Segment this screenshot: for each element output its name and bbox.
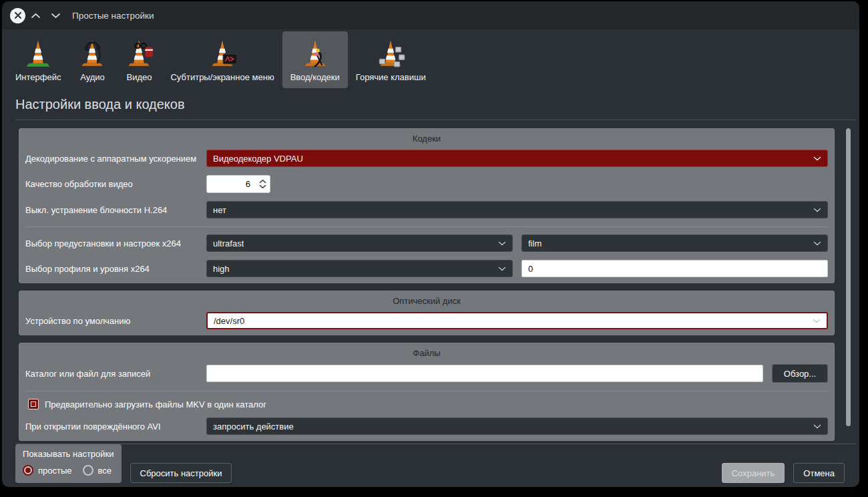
close-button[interactable] [10,8,25,23]
codecs-divider [25,226,828,227]
titlebar: Простые настройки [2,1,859,29]
radio-all-option[interactable]: все [83,465,112,476]
radio-all-label: все [98,466,112,476]
x264-profile-label: Выбор профиля и уровня x264 [25,264,198,274]
chevron-down-icon [498,241,506,246]
scrollbar-thumb[interactable] [846,128,851,426]
interface-cone-icon [23,38,53,69]
reset-settings-button[interactable]: Сбросить настройки [130,463,232,483]
x264-preset-label: Выбор предустановки и настроек x264 [25,238,198,248]
damaged-avi-label: При открытии повреждённого AVI [25,422,198,432]
vlc-simple-preferences-window: Простые настройки Интерфейс [2,1,859,487]
x264-profile-select[interactable]: high [206,260,513,277]
toolbar-item-input-codecs[interactable]: Ввод/кодеки [282,31,348,88]
toolbar-item-label: Видео [126,72,152,82]
radio-simple-button[interactable] [23,465,33,476]
record-dir-input[interactable] [206,365,763,382]
toolbar-item-interface[interactable]: Интерфейс [7,31,69,88]
toolbar-item-hotkeys[interactable]: Горячие клавиши [348,31,434,88]
spin-up-icon [259,179,266,184]
chevron-down-icon [813,156,821,161]
chevron-down-icon [813,424,821,429]
spin-down-icon [259,184,266,189]
hw-decoding-select[interactable]: Видеодекодер VDPAU [206,150,828,167]
toolbar-item-subtitles[interactable]: Субтитры/экранное меню [162,31,282,88]
files-divider [25,391,828,391]
spinner-arrows[interactable] [255,176,270,192]
toolbar-item-label: Субтитры/экранное меню [170,72,274,82]
files-header: Файлы [25,346,828,364]
chevron-down-icon [498,267,506,271]
hw-decoding-label: Декодирование с аппаратным ускорением [25,154,198,164]
audio-cone-icon [77,38,107,69]
close-icon [14,11,22,19]
settings-scroll-area: Кодеки Декодирование с аппаратным ускоре… [2,120,859,444]
toolbar-item-label: Горячие клавиши [356,72,426,82]
chevron-up-icon [31,13,41,19]
x264-level-input[interactable] [521,260,828,277]
radio-simple-label: простые [38,466,72,476]
radio-simple-option[interactable]: простые [23,465,72,476]
toolbar-item-label: Аудио [80,72,105,82]
video-quality-spinner[interactable]: 6 [206,175,270,193]
show-settings-label: Показывать настройки [23,449,114,465]
video-cone-icon [124,38,154,69]
x264-preset-select[interactable]: ultrafast [206,234,513,252]
footer-bar: Показывать настройки простые все Сбросит… [2,444,859,487]
shade-up-button[interactable] [25,9,45,22]
vertical-scrollbar[interactable] [846,127,851,433]
save-button[interactable]: Сохранить [722,463,785,483]
chevron-down-icon [51,13,61,19]
toolbar-item-label: Ввод/кодеки [290,72,340,82]
h264-deblock-select[interactable]: нет [206,201,828,218]
damaged-avi-select[interactable]: запросить действие [206,418,828,435]
cancel-button[interactable]: Отмена [793,463,845,483]
x264-tune-select[interactable]: film [521,234,828,252]
toolbar-item-label: Интерфейс [15,72,61,82]
record-dir-label: Каталог или файл для записей [25,369,198,379]
toolbar-item-video[interactable]: Видео [116,31,162,88]
browse-button[interactable]: Обзор... [772,364,828,383]
subtitles-cone-icon [207,38,238,69]
shade-down-button[interactable] [45,9,65,22]
show-settings-group: Показывать настройки простые все [15,444,122,483]
page-title: Настройки ввода и кодеков [2,88,859,120]
chevron-down-icon [813,241,821,246]
h264-deblock-label: Выкл. устранение блочности H.264 [25,205,198,215]
optical-disc-header: Оптический диск [25,294,828,312]
codecs-panel: Кодеки Декодирование с аппаратным ускоре… [19,128,835,283]
optical-disc-panel: Оптический диск Устройство по умолчанию … [19,291,835,335]
toolbar-item-audio[interactable]: Аудио [69,31,116,88]
category-toolbar: Интерфейс Аудио [2,29,859,88]
files-panel: Файлы Каталог или файл для записей Обзор… [19,343,835,441]
video-quality-label: Качество обработки видео [25,179,198,189]
chevron-down-icon [813,319,821,323]
window-title: Простые настройки [72,11,154,21]
chevron-down-icon [813,208,821,212]
default-device-label: Устройство по умолчанию [25,316,198,326]
radio-all-button[interactable] [83,465,93,476]
hotkeys-cone-icon [375,38,406,69]
mkv-preload-checkbox[interactable] [28,399,39,409]
input-codecs-cone-icon [300,38,331,69]
mkv-preload-label: Предварительно загрузить файлы MKV в оди… [45,399,266,409]
default-device-combo[interactable]: /dev/sr0 [206,312,828,329]
codecs-header: Кодеки [25,132,828,150]
